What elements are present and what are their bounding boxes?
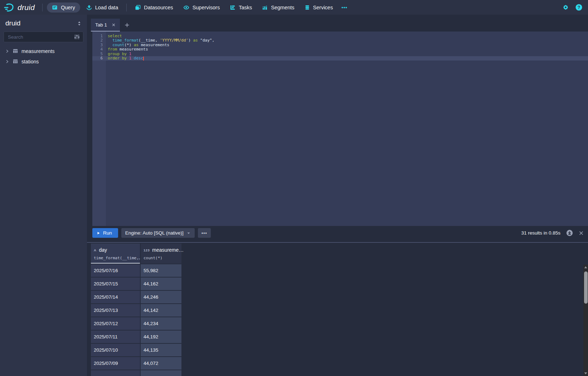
- table-cell[interactable]: 2025/07/16: [91, 264, 140, 277]
- code-token: order by: [108, 56, 127, 61]
- nav-item-load-data[interactable]: Load data: [81, 3, 123, 13]
- sidebar-item-measurements[interactable]: measurements: [0, 46, 87, 56]
- code-token: from: [108, 47, 117, 52]
- nav-item-supervisors[interactable]: Supervisors: [178, 3, 225, 13]
- table-row: 2025/07/1544,162: [91, 278, 588, 290]
- nav-item-services[interactable]: Services: [300, 3, 338, 13]
- help-icon[interactable]: ?: [575, 4, 582, 11]
- run-button[interactable]: Run: [92, 228, 118, 238]
- scrollbar-thumb[interactable]: [584, 271, 588, 304]
- line-number: 3: [92, 43, 106, 47]
- table-cell[interactable]: [141, 370, 181, 376]
- query-view: Tab 1 123456 select time_format(__time, …: [87, 15, 588, 376]
- nav-more-menu[interactable]: •••: [338, 3, 351, 12]
- column-header-measurements[interactable]: 123 measureme… count(*): [141, 244, 181, 264]
- table-cell[interactable]: 44,192: [141, 331, 181, 343]
- table-row: 2025/07/1044,135: [91, 344, 588, 356]
- top-navbar: druid Query Load data Data: [0, 0, 588, 15]
- druid-logo[interactable]: druid: [0, 3, 39, 13]
- code-token: group by: [108, 52, 127, 56]
- code-token: [108, 38, 112, 43]
- tab-1[interactable]: Tab 1: [91, 19, 120, 32]
- table-cell[interactable]: 44,142: [141, 304, 181, 317]
- line-number: 4: [92, 47, 106, 52]
- table-cell[interactable]: 2025/07/10: [91, 344, 140, 356]
- code-token: measurements: [139, 43, 169, 47]
- datasources-icon: [135, 5, 141, 10]
- nav-item-tasks[interactable]: Tasks: [225, 3, 257, 13]
- nav-item-query[interactable]: Query: [47, 3, 80, 13]
- code-token: (*): [124, 43, 134, 47]
- string-type-icon: A: [94, 248, 96, 252]
- sidebar-title: druid: [5, 19, 20, 27]
- sidebar-item-stations[interactable]: stations: [0, 56, 87, 67]
- code-token: time_format: [112, 38, 139, 43]
- database-icon: [305, 5, 310, 10]
- close-results-icon[interactable]: [579, 231, 584, 236]
- results-scrollbar[interactable]: [583, 265, 588, 376]
- close-tab-icon[interactable]: [112, 23, 116, 27]
- table-cell[interactable]: 44,234: [141, 317, 181, 330]
- query-icon: [52, 5, 58, 10]
- datasource-sidebar: druid: [0, 15, 87, 376]
- gantt-icon: [230, 5, 235, 10]
- pane-divider[interactable]: [87, 242, 588, 243]
- code-line[interactable]: group by 1: [106, 52, 588, 56]
- download-icon[interactable]: [566, 230, 573, 236]
- code-line[interactable]: from measurements: [106, 47, 588, 52]
- table-cell[interactable]: 2025/07/15: [91, 278, 140, 290]
- query-more-button[interactable]: •••: [198, 228, 211, 238]
- nav-label: Datasources: [144, 5, 173, 10]
- nav-divider: [42, 4, 43, 11]
- code-token: [108, 43, 112, 47]
- navbar-right: ?: [562, 4, 588, 11]
- nav-label: Tasks: [239, 5, 252, 10]
- table-cell[interactable]: 2025/07/13: [91, 304, 140, 317]
- results-header: A day time_format(__time,… 123 measureme…: [91, 244, 588, 264]
- code-line[interactable]: count(*) as measurements: [106, 43, 588, 47]
- table-cell[interactable]: 2025/07/09: [91, 357, 140, 370]
- sql-editor[interactable]: 123456 select time_format(__time, 'YYYY/…: [92, 32, 588, 226]
- nav-item-datasources[interactable]: Datasources: [130, 3, 178, 13]
- table-cell[interactable]: 44,246: [141, 291, 181, 303]
- table-cell[interactable]: 55,982: [141, 264, 181, 277]
- scroll-up-icon[interactable]: [583, 265, 588, 270]
- swap-vertical-icon[interactable]: [77, 21, 82, 26]
- results-summary: 31 results in 0.85s: [521, 230, 560, 236]
- code-token: 'YYYY/MM/dd': [160, 38, 188, 43]
- table-cell[interactable]: 2025/07/12: [91, 317, 140, 330]
- settings-gear-icon[interactable]: [562, 4, 569, 11]
- code-line[interactable]: time_format(__time, 'YYYY/MM/dd') as "da…: [106, 38, 588, 43]
- sidebar-header: druid: [0, 15, 87, 31]
- table-cell[interactable]: 44,072: [141, 357, 181, 370]
- engine-select-button[interactable]: Engine: Auto [SQL (native)]: [121, 228, 195, 238]
- table-cell[interactable]: 2025/07/14: [91, 291, 140, 303]
- table-row: 2025/07/1144,192: [91, 331, 588, 343]
- code-line[interactable]: order by 1 desc: [106, 56, 588, 61]
- scroll-down-icon[interactable]: [583, 371, 588, 376]
- chevron-right-icon[interactable]: [5, 59, 9, 64]
- results-panel: A day time_format(__time,… 123 measureme…: [87, 240, 588, 376]
- druid-logo-icon: [4, 3, 14, 13]
- column-name: measureme…: [152, 247, 184, 253]
- code-token: (__time,: [139, 38, 160, 43]
- table-cell[interactable]: 2025/07/11: [91, 331, 140, 343]
- chevron-right-icon[interactable]: [5, 49, 9, 53]
- search-input[interactable]: [7, 34, 74, 40]
- table-cell[interactable]: 44,135: [141, 344, 181, 356]
- nav-item-segments[interactable]: Segments: [257, 3, 299, 13]
- code-token: [127, 56, 129, 61]
- column-header-day[interactable]: A day time_format(__time,…: [91, 244, 140, 264]
- table-cell[interactable]: 44,162: [141, 278, 181, 290]
- line-number: 6: [92, 56, 106, 61]
- new-tab-button[interactable]: [120, 19, 134, 32]
- table-row: [91, 370, 588, 376]
- code-token: desc: [134, 56, 144, 61]
- results-table: A day time_format(__time,… 123 measureme…: [91, 244, 588, 376]
- text-cursor: [143, 57, 144, 61]
- code-token: ): [188, 38, 193, 43]
- filter-sliders-icon[interactable]: [74, 34, 80, 40]
- table-cell[interactable]: [91, 370, 140, 376]
- code-token: select: [108, 34, 122, 38]
- editor-code[interactable]: select time_format(__time, 'YYYY/MM/dd')…: [106, 32, 588, 226]
